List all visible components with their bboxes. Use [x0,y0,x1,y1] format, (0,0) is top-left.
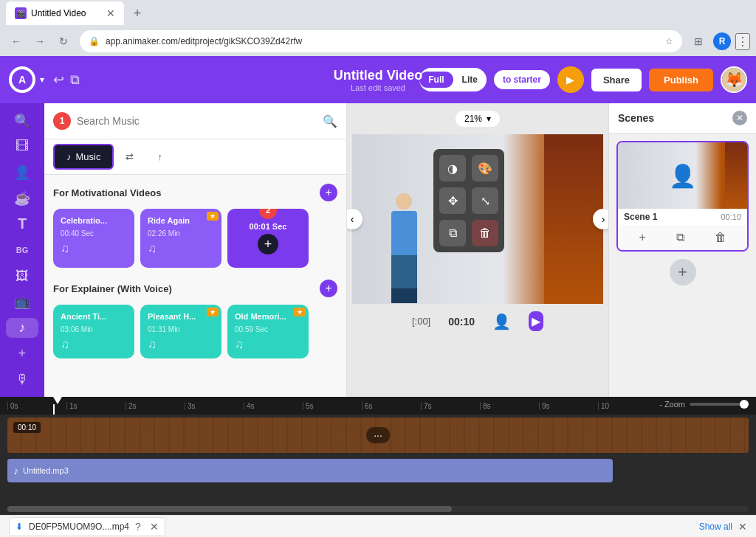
browser-menu-button[interactable]: ⋮ [735,33,750,50]
timeline-track-area: 00:10 ··· ♪ Untitled.mp3 [0,415,756,506]
scenes-close-button[interactable]: ✕ [732,111,747,125]
play-button[interactable]: ▶ [557,66,584,93]
download-icon: ⬇ [16,522,23,532]
plan-lite-button[interactable]: Lite [453,72,487,88]
zoom-control[interactable]: 21% ▾ [456,111,500,127]
scene-name: Scene 1 [624,212,657,222]
tab-close-button[interactable]: ✕ [106,7,115,19]
download-help-button[interactable]: ? [135,521,141,533]
category-add-explainer-button[interactable]: + [320,280,337,297]
scene-duration: 00:10 [721,212,741,221]
ctx-move-button[interactable]: ✥ [439,187,466,214]
tab-music-button[interactable]: ♪ Music [53,144,114,170]
ctx-style-button[interactable]: ◑ [439,155,466,181]
publish-button[interactable]: Publish [649,69,713,91]
track-name: Pleasant H... [148,312,214,321]
scene-thumb-background [725,142,747,209]
upgrade-button[interactable]: to starter [494,70,550,89]
sidebar-item-video[interactable]: 📺 [6,292,38,312]
lock-icon: 🔒 [89,36,100,46]
ctx-delete-button[interactable]: 🗑 [472,220,498,246]
track-celebration[interactable]: Celebratio... 00:40 Sec ♫ [53,209,134,268]
music-note-icon: ♪ [66,151,72,162]
music-category-explainer: For Explainer (With Voice) + Ancient Ti.… [53,280,337,358]
track-pleasant[interactable]: ★ Pleasant H... 01:31 Min ♫ [140,305,221,358]
share-button[interactable]: Share [591,69,642,91]
scene-item-1[interactable]: 👤 Scene 1 00:10 + ⧉ 🗑 [616,141,749,252]
current-time: [:00] [412,316,430,327]
ruler-5s: 5s [303,402,362,410]
main-content: 🔍 🎞 👤 ☕ T BG 🖼 📺 ♪ [0,103,756,397]
canvas[interactable]: ◑ 🎨 ✥ ⤡ ⧉ 🗑 ‹ › [352,134,603,304]
tab-upload-button[interactable]: ↑ [145,139,174,174]
tab-music-label: Music [76,151,101,162]
music-note-icon: ♫ [61,242,127,255]
new-tab-button[interactable]: + [127,3,148,24]
nav-buttons: ← → ↻ [6,31,74,52]
add-track-button[interactable]: 2 00:01 Sec + [227,209,309,268]
refresh-button[interactable]: ↻ [53,31,74,52]
track-ancient[interactable]: Ancient Ti... 03:06 Min ♫ [53,305,134,358]
scene-delete-button[interactable]: 🗑 [715,231,726,244]
sidebar-item-bg[interactable]: BG [6,240,38,260]
music-tracks: Celebratio... 00:40 Sec ♫ ★ Ride Again 0… [53,209,337,268]
track-name: Celebratio... [61,216,127,225]
scene-add-button[interactable]: + [639,231,645,244]
bottom-close-button[interactable]: ✕ [738,521,747,533]
timeline-scrollbar[interactable] [7,506,749,512]
sidebar-item-text[interactable]: T [6,214,38,234]
canvas-next-button[interactable]: › [593,209,608,229]
show-all-button[interactable]: Show all [699,522,732,532]
ctx-duplicate-button[interactable]: ⧉ [439,220,466,246]
extensions-button[interactable]: ⊞ [688,31,709,52]
music-search-input[interactable] [77,115,317,127]
track-ride-again[interactable]: ★ Ride Again 02:26 Min ♫ [140,209,221,268]
video-track[interactable]: 00:10 ··· [7,418,749,453]
track-duration: 02:26 Min [148,229,214,238]
show-all-area: Show all ✕ [699,521,747,533]
sidebar-item-images[interactable]: 🖼 [6,266,38,286]
sidebar-item-scenes[interactable]: 🎞 [6,136,38,156]
plan-full-button[interactable]: Full [419,72,453,88]
logo-chevron-icon[interactable]: ▾ [40,75,44,85]
copy-button[interactable]: ⧉ [70,72,80,88]
ruler-10: 10 [598,402,657,410]
ruler-3s: 3s [185,402,244,410]
undo-button[interactable]: ↩ [53,72,64,88]
scene-thumb-character: 👤 [669,163,696,189]
sidebar-item-props[interactable]: ☕ [6,188,38,208]
ctx-resize-button[interactable]: ⤡ [472,187,498,214]
ctx-color-button[interactable]: 🎨 [472,155,498,181]
zoom-value: 21% [464,114,482,124]
active-tab[interactable]: 🎬 Untitled Video ✕ [6,1,124,25]
scene-copy-button[interactable]: ⧉ [676,231,684,244]
scenes-title: Scenes [618,112,654,124]
header-title-area: Untitled Video Last edit saved [334,68,423,92]
search-icon: 🔍 [14,113,30,129]
forward-button[interactable]: → [30,31,50,52]
user-avatar[interactable]: 🦊 [721,66,747,93]
profile-icon[interactable]: R [713,32,731,50]
back-button[interactable]: ← [6,31,27,52]
avatar-icon: 🎙 [16,372,29,387]
project-title[interactable]: Untitled Video [334,68,423,83]
track-name: Old Memori... [235,312,301,321]
bottom-timeline: 0s 1s 2s 3s 4s 5s 6s 7s 8s 9s 10 - Zoom [0,397,756,515]
sidebar-item-add[interactable]: + [6,344,38,364]
sidebar-item-music[interactable]: ♪ [6,318,38,338]
track-old-memories[interactable]: ★ Old Memori... 00:59 Sec ♫ [227,305,309,358]
bookmark-icon[interactable]: ☆ [665,36,673,46]
music-search-bar: 1 🔍 [44,103,346,139]
sidebar-item-search[interactable]: 🔍 [6,111,38,131]
sidebar-item-avatar[interactable]: 🎙 [6,370,38,389]
add-scene-panel-button[interactable]: + [670,259,696,285]
download-notif-close-button[interactable]: ✕ [150,521,159,533]
download-notification: ⬇ DE0FP5MUOM9O....mp4 ? ✕ [9,517,165,536]
category-add-button[interactable]: + [320,184,337,201]
zoom-slider[interactable] [690,403,749,406]
audio-track[interactable]: ♪ Untitled.mp3 [7,459,613,482]
track-more-button[interactable]: ··· [366,427,390,443]
sidebar-item-characters[interactable]: 👤 [6,162,38,182]
address-bar[interactable]: 🔒 app.animaker.com/editproject/gikSKCO39… [80,30,682,52]
tab-shuffle-button[interactable]: ⇄ [114,139,145,174]
